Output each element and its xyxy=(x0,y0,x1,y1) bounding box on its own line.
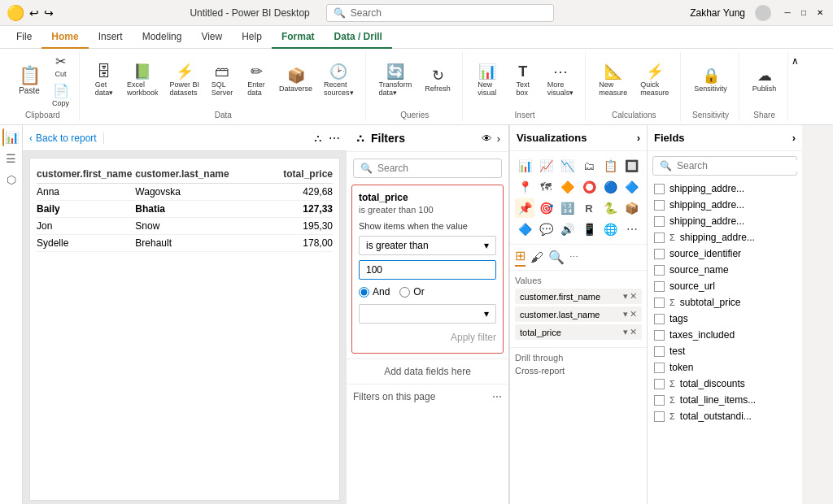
excel-button[interactable]: 📗 Excelworkbook xyxy=(122,61,164,100)
tab-data-drill[interactable]: Data / Drill xyxy=(325,26,392,49)
power-bi-datasets-button[interactable]: ⚡ Power BIdatasets xyxy=(165,61,205,100)
paste-button[interactable]: 📋 Paste xyxy=(13,54,46,106)
cut-button[interactable]: ✂ Cut xyxy=(49,52,72,80)
viz-analytics-icon[interactable]: 🔍 xyxy=(548,250,565,265)
table-row[interactable]: Jon Snow 195,30 xyxy=(37,218,333,235)
field-item[interactable]: tags xyxy=(648,311,802,327)
field-item[interactable]: taxes_included xyxy=(648,327,802,343)
viz-funnel-icon[interactable]: ⭕ xyxy=(579,177,599,197)
filter-search-box[interactable]: 🔍 xyxy=(353,159,502,178)
field-item[interactable]: source_url xyxy=(648,278,802,294)
undo-icon[interactable]: ↩ xyxy=(29,7,39,20)
field-item[interactable]: shipping_addre... xyxy=(648,213,802,229)
viz-column-icon[interactable]: 📈 xyxy=(536,156,556,176)
field-checkbox[interactable] xyxy=(654,379,665,389)
sensitivity-button[interactable]: 🔒 Sensitivity xyxy=(689,65,732,96)
viz-line-icon[interactable]: 📉 xyxy=(558,156,578,176)
radio-or-input[interactable] xyxy=(399,287,410,298)
field-checkbox[interactable] xyxy=(654,232,665,243)
viz-globe-icon[interactable]: 🌐 xyxy=(600,219,620,239)
viz-table-icon[interactable]: 📌 xyxy=(515,198,534,218)
filter-value-input[interactable] xyxy=(359,260,496,280)
field-item[interactable]: Σ total_line_items... xyxy=(648,392,802,408)
tab-modeling[interactable]: Modeling xyxy=(133,26,192,49)
viz-field-firstname[interactable]: customer.first_name ▾ ✕ xyxy=(515,289,642,304)
sql-server-button[interactable]: 🗃 SQLServer xyxy=(206,61,238,100)
viz-matrix-icon[interactable]: 🎯 xyxy=(536,198,556,218)
field-item[interactable]: Σ shipping_addre... xyxy=(648,229,802,245)
tab-file[interactable]: File xyxy=(7,26,41,49)
filter-second-dropdown[interactable]: ▾ xyxy=(359,304,496,324)
field-checkbox[interactable] xyxy=(654,281,665,292)
viz-ribbon-icon[interactable]: 📋 xyxy=(600,156,620,176)
field-remove-icon[interactable]: ✕ xyxy=(630,291,637,302)
viz-field-price[interactable]: total_price ▾ ✕ xyxy=(515,324,642,340)
add-data-fields-area[interactable]: Add data fields here xyxy=(347,358,508,384)
viz-qna-icon[interactable]: 💬 xyxy=(536,219,556,239)
dataverse-button[interactable]: 📦 Dataverse xyxy=(274,65,317,96)
field-checkbox[interactable] xyxy=(654,265,665,276)
viz-expand-icon[interactable]: › xyxy=(637,132,640,144)
field-item[interactable]: Σ total_discounts xyxy=(648,376,802,392)
viz-gauge-icon[interactable]: 🔵 xyxy=(600,177,620,197)
sidebar-model-icon[interactable]: ⬡ xyxy=(2,171,20,189)
viz-python-icon[interactable]: 🐍 xyxy=(600,198,620,218)
filter-eye-icon[interactable]: 👁 xyxy=(482,133,492,145)
viz-format-icon[interactable]: 🖌 xyxy=(530,250,543,265)
viz-field-lastname[interactable]: customer.last_name ▾ ✕ xyxy=(515,306,642,322)
new-measure-button[interactable]: 📐 Newmeasure xyxy=(594,61,632,100)
ribbon-collapse-button[interactable]: ∧ xyxy=(790,52,800,121)
more-options-icon[interactable]: ⋯ xyxy=(329,132,340,145)
filter-footer-more-icon[interactable]: ⋯ xyxy=(492,391,502,402)
viz-pie-icon[interactable]: 📍 xyxy=(515,177,534,197)
viz-decomp-icon[interactable]: 🔊 xyxy=(558,219,578,239)
filter-condition-dropdown[interactable]: is greater than ▾ xyxy=(359,236,496,255)
field-checkbox[interactable] xyxy=(654,249,665,259)
field-checkbox[interactable] xyxy=(654,330,665,341)
field-item[interactable]: test xyxy=(648,343,802,359)
radio-and-input[interactable] xyxy=(359,287,369,298)
table-row[interactable]: Sydelle Brehault 178,00 xyxy=(37,235,333,252)
viz-kpi-icon[interactable]: 🔢 xyxy=(558,198,578,218)
fields-search-box[interactable]: 🔍 xyxy=(652,156,797,176)
field-remove3-icon[interactable]: ✕ xyxy=(630,327,637,337)
enter-data-button[interactable]: ✏ Enterdata xyxy=(240,61,273,100)
filter-search-input[interactable] xyxy=(377,163,499,174)
quick-measure-button[interactable]: ⚡ Quickmeasure xyxy=(635,61,674,100)
fields-search-input[interactable] xyxy=(677,160,799,172)
copy-button[interactable]: 📄 Copy xyxy=(49,81,72,109)
viz-r-icon[interactable]: R xyxy=(579,198,599,218)
viz-treemap-icon[interactable]: 🔶 xyxy=(558,177,578,197)
maximize-button[interactable]: □ xyxy=(797,7,810,20)
field-checkbox[interactable] xyxy=(654,314,665,324)
viz-fields-icon[interactable]: ⊞ xyxy=(515,248,526,267)
viz-bar-chart-icon[interactable]: 📊 xyxy=(515,156,534,176)
field-item[interactable]: Σ subtotal_price xyxy=(648,294,802,311)
get-data-button[interactable]: 🗄 Getdata▾ xyxy=(88,61,120,100)
field-checkbox[interactable] xyxy=(654,298,665,308)
filter-icon[interactable]: ⛬ xyxy=(312,132,324,145)
text-box-button[interactable]: T Textbox xyxy=(507,61,539,100)
field-checkbox[interactable] xyxy=(654,363,665,373)
field-checkbox[interactable] xyxy=(654,216,665,227)
sidebar-table-icon[interactable]: ☰ xyxy=(2,150,20,167)
field-item[interactable]: shipping_addre... xyxy=(648,197,802,213)
apply-filter-button[interactable]: Apply filter xyxy=(451,332,496,343)
back-to-report-button[interactable]: ‹ Back to report xyxy=(29,133,104,144)
redo-icon[interactable]: ↪ xyxy=(44,7,54,20)
transform-data-button[interactable]: 🔄 Transformdata▾ xyxy=(374,61,417,100)
field-checkbox[interactable] xyxy=(654,395,665,406)
filter-radio-or[interactable]: Or xyxy=(399,286,424,298)
table-row[interactable]: Anna Wagovska 429,68 xyxy=(37,184,333,201)
field-item[interactable]: token xyxy=(648,359,802,376)
viz-scatter-icon[interactable]: 🔲 xyxy=(622,156,642,176)
fields-expand-icon[interactable]: › xyxy=(792,132,796,144)
field-item[interactable]: Σ total_outstandi... xyxy=(648,408,802,424)
field-item[interactable]: shipping_addre... xyxy=(648,180,802,197)
viz-more-options[interactable]: ⋯ xyxy=(569,252,578,263)
publish-button[interactable]: ☁ Publish xyxy=(748,65,782,96)
field-checkbox[interactable] xyxy=(654,411,665,422)
viz-ellipsis-icon[interactable]: ⋯ xyxy=(622,219,642,239)
filter-radio-and[interactable]: And xyxy=(359,286,390,298)
field-remove2-icon[interactable]: ✕ xyxy=(630,309,637,319)
